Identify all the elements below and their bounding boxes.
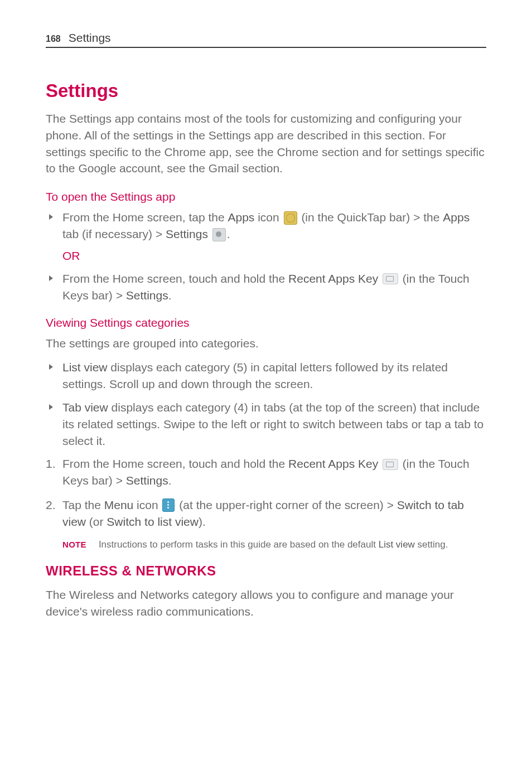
bullet-open-1: From the Home screen, tap the Apps icon … xyxy=(46,209,486,243)
note-text: Instructions to perform tasks in this gu… xyxy=(99,538,448,551)
text: From the Home screen, tap the xyxy=(62,211,228,224)
text xyxy=(378,272,381,285)
step-2: 2. Tap the Menu icon (at the upper-right… xyxy=(46,497,486,530)
bold-apps-tab: Apps xyxy=(443,211,470,224)
page-container: 168 Settings Settings The Settings app c… xyxy=(0,0,532,765)
header-title: Settings xyxy=(69,31,111,45)
bold-settings: Settings xyxy=(166,227,208,240)
bold-tab-view: Tab view xyxy=(62,401,108,414)
text: (in the QuickTap bar) > the xyxy=(298,211,443,224)
bold-list-view: List view xyxy=(62,361,108,374)
step-number: 2. xyxy=(46,497,56,514)
triangle-bullet-icon xyxy=(49,214,53,220)
triangle-bullet-icon xyxy=(49,364,53,370)
subheading-open-settings: To open the Settings app xyxy=(46,190,486,204)
text xyxy=(378,457,381,470)
text: From the Home screen, touch and hold the xyxy=(62,457,288,470)
step-1: 1. From the Home screen, touch and hold … xyxy=(46,456,486,489)
settings-icon xyxy=(212,228,226,241)
text: displays each category (5) in capital le… xyxy=(62,361,448,390)
note-label: NOTE xyxy=(62,538,86,550)
bold-apps: Apps xyxy=(228,211,254,224)
wireless-paragraph: The Wireless and Networks category allow… xyxy=(46,587,486,620)
viewing-intro: The settings are grouped into categories… xyxy=(46,335,486,352)
apps-icon xyxy=(284,211,297,225)
bold-switch-list: Switch to list view xyxy=(107,515,199,528)
bullet-list-view: List view displays each category (5) in … xyxy=(46,359,486,393)
main-heading: Settings xyxy=(46,80,486,101)
text: icon xyxy=(254,211,282,224)
bold-settings: Settings xyxy=(126,474,168,487)
bullet-open-2: From the Home screen, touch and hold the… xyxy=(46,270,486,304)
text: ). xyxy=(199,515,206,528)
text: . xyxy=(168,289,172,302)
text: Instructions to perform tasks in this gu… xyxy=(99,539,379,550)
text: (at the upper-right corner of the screen… xyxy=(176,498,396,511)
text: . xyxy=(227,227,230,240)
note-row: NOTE Instructions to perform tasks in th… xyxy=(62,538,486,551)
bold-recent-key: Recent Apps Key xyxy=(288,457,378,470)
menu-icon xyxy=(162,498,175,512)
triangle-bullet-icon xyxy=(49,275,53,281)
text: Tap the xyxy=(62,498,104,511)
text: displays each category (4) in tabs (at t… xyxy=(62,401,483,447)
bold-menu: Menu xyxy=(104,498,134,511)
page-header: 168 Settings xyxy=(46,31,486,48)
text xyxy=(208,227,211,240)
or-label: OR xyxy=(62,249,486,263)
triangle-bullet-icon xyxy=(49,404,53,410)
bold-settings: Settings xyxy=(126,289,168,302)
text: setting. xyxy=(415,539,448,550)
text: tab (if necessary) > xyxy=(62,227,166,240)
bullet-tab-view: Tab view displays each category (4) in t… xyxy=(46,399,486,449)
bold-recent-key: Recent Apps Key xyxy=(288,272,378,285)
recent-apps-icon xyxy=(383,273,398,284)
text: From the Home screen, touch and hold the xyxy=(62,272,288,285)
intro-paragraph: The Settings app contains most of the to… xyxy=(46,110,486,177)
text: (or xyxy=(86,515,107,528)
section-wireless-heading: WIRELESS & NETWORKS xyxy=(46,563,486,579)
text: . xyxy=(168,474,172,487)
bold-list-view: List view xyxy=(379,539,415,550)
page-number: 168 xyxy=(46,34,61,44)
text: icon xyxy=(133,498,161,511)
recent-apps-icon xyxy=(383,459,398,470)
subheading-viewing: Viewing Settings categories xyxy=(46,316,486,330)
step-number: 1. xyxy=(46,456,56,472)
